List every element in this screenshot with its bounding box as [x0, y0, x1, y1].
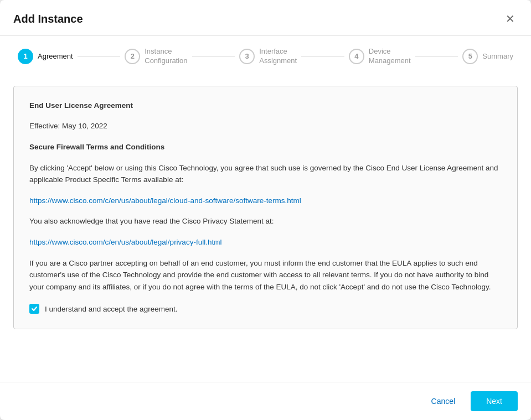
modal-title: Add Instance: [13, 13, 83, 25]
step-1: 1 Agreement: [18, 49, 73, 64]
stepper: 1 Agreement 2 Instance Configuration 3 I…: [0, 36, 531, 77]
modal-footer: Cancel Next: [0, 382, 531, 420]
step-label-4: Device Management: [369, 47, 411, 66]
step-label-3: Interface Assignment: [259, 47, 297, 66]
connector-3-4: [301, 56, 344, 56]
step-label-1: Agreement: [38, 52, 73, 60]
step-circle-2: 2: [125, 49, 140, 64]
step-circle-3: 3: [239, 49, 255, 64]
agreement-box: End User License Agreement Effective: Ma…: [13, 86, 518, 329]
step-circle-4: 4: [349, 49, 364, 64]
step-4: 4 Device Management: [349, 47, 411, 66]
step-2: 2 Instance Configuration: [125, 47, 187, 66]
add-instance-modal: Add Instance ✕ 1 Agreement 2 Instance Co…: [0, 0, 531, 420]
step-circle-1: 1: [18, 49, 33, 64]
modal-header: Add Instance ✕: [0, 0, 531, 36]
accept-checkbox[interactable]: [29, 304, 39, 314]
step-label-2: Instance Configuration: [145, 47, 187, 66]
agreement-link2[interactable]: https://www.cisco.com/c/en/us/about/lega…: [29, 238, 221, 246]
step-circle-5: 5: [462, 49, 478, 64]
close-button[interactable]: ✕: [502, 11, 518, 27]
step-label-5: Summary: [482, 52, 513, 60]
checkbox-row: I understand and accept the agreement.: [29, 304, 502, 314]
cancel-button[interactable]: Cancel: [422, 392, 465, 410]
agreement-terms-header: Secure Firewall Terms and Conditions: [29, 143, 164, 151]
agreement-text: End User License Agreement Effective: Ma…: [29, 100, 502, 293]
agreement-link1[interactable]: https://www.cisco.com/c/en/us/about/lega…: [29, 196, 301, 205]
agreement-body1: By clicking 'Accept' below or using this…: [29, 162, 502, 186]
agreement-title: End User License Agreement: [29, 101, 133, 110]
step-5: 5 Summary: [462, 49, 513, 64]
connector-1-2: [78, 56, 121, 56]
agreement-body3: If you are a Cisco partner accepting on …: [29, 257, 502, 293]
connector-2-3: [192, 56, 235, 56]
checkbox-label: I understand and accept the agreement.: [45, 305, 177, 313]
checkmark-icon: [31, 305, 38, 312]
modal-body: End User License Agreement Effective: Ma…: [0, 77, 531, 382]
connector-4-5: [415, 56, 458, 56]
next-button[interactable]: Next: [471, 391, 518, 411]
agreement-body2: You also acknowledge that you have read …: [29, 215, 502, 227]
agreement-effective: Effective: May 10, 2022: [29, 120, 502, 132]
step-3: 3 Interface Assignment: [239, 47, 297, 66]
